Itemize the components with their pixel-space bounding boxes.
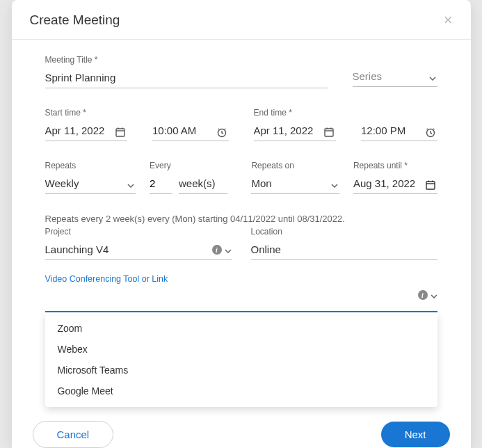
dropdown-option-teams[interactable]: Microsoft Teams: [45, 360, 437, 381]
repeats-until-input[interactable]: [353, 175, 437, 194]
series-select[interactable]: [353, 67, 437, 87]
calendar-icon[interactable]: [424, 179, 437, 193]
project-value[interactable]: [45, 241, 232, 260]
modal-header: Create Meeting ×: [12, 0, 471, 40]
end-date-input[interactable]: [254, 122, 336, 141]
location-input[interactable]: [251, 241, 437, 260]
svg-rect-10: [426, 182, 435, 189]
repeats-value[interactable]: [45, 175, 136, 194]
info-icon[interactable]: i: [418, 290, 428, 300]
end-time-value[interactable]: [361, 122, 424, 141]
repeats-select[interactable]: [45, 175, 136, 194]
video-conf-link-label[interactable]: Video Conferencing Tool or Link: [45, 274, 437, 284]
start-date-value[interactable]: [45, 122, 113, 141]
every-unit: week(s): [179, 175, 227, 194]
info-icon[interactable]: i: [212, 245, 222, 255]
repeats-until-label: Repeats until *: [353, 161, 437, 170]
video-conf-input[interactable]: [45, 291, 437, 312]
project-label: Project: [45, 227, 232, 237]
modal-title: Create Meeting: [30, 13, 120, 28]
repeats-until-value[interactable]: [353, 175, 424, 193]
recurrence-summary: Repeats every 2 week(s) every (Mon) star…: [45, 214, 437, 224]
cancel-button[interactable]: Cancel: [33, 421, 114, 448]
video-conf-dropdown: Zoom Webex Microsoft Teams Google Meet: [45, 312, 437, 407]
repeats-on-select[interactable]: [251, 175, 339, 194]
end-time-label: End time *: [254, 108, 336, 118]
close-icon[interactable]: ×: [444, 13, 453, 28]
every-input[interactable]: [150, 175, 172, 194]
next-button[interactable]: Next: [381, 422, 450, 447]
svg-rect-0: [116, 129, 124, 136]
video-conf-field: i Zoom Webex Microsoft Teams Google Meet: [45, 291, 437, 312]
series-value[interactable]: [353, 67, 437, 87]
dropdown-option-zoom[interactable]: Zoom: [45, 318, 437, 339]
end-date-value[interactable]: [254, 122, 322, 141]
repeats-label: Repeats: [45, 161, 136, 170]
modal-footer: Cancel Next: [12, 408, 471, 448]
meeting-title-label: Meeting Title *: [45, 55, 328, 65]
chevron-down-icon[interactable]: [431, 289, 437, 301]
dropdown-option-webex[interactable]: Webex: [45, 339, 437, 360]
every-label: Every: [150, 161, 238, 170]
modal-body: Meeting Title * Start time *: [12, 40, 471, 408]
clock-icon[interactable]: [424, 127, 437, 141]
create-meeting-modal: Create Meeting × Meeting Title * Start t…: [12, 0, 471, 448]
calendar-icon[interactable]: [322, 127, 336, 141]
svg-rect-5: [325, 129, 333, 136]
dropdown-option-meet[interactable]: Google Meet: [45, 381, 437, 401]
location-label: Location: [251, 227, 437, 237]
start-time-value[interactable]: [152, 122, 215, 141]
meeting-title-input[interactable]: [45, 69, 328, 88]
start-time-input[interactable]: [152, 122, 229, 141]
repeats-on-label: Repeats on: [251, 161, 339, 170]
chevron-down-icon: [225, 243, 232, 256]
end-time-input[interactable]: [361, 122, 437, 141]
start-time-label: Start time *: [45, 108, 127, 118]
calendar-icon[interactable]: [113, 127, 127, 141]
project-select[interactable]: [45, 241, 232, 260]
clock-icon[interactable]: [215, 127, 229, 141]
start-date-input[interactable]: [45, 122, 127, 141]
repeats-on-value[interactable]: [251, 175, 339, 194]
